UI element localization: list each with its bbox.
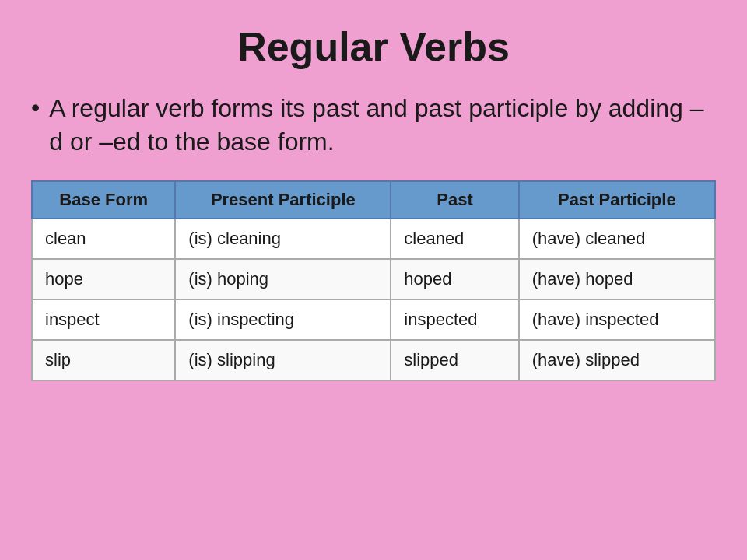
table-body: clean(is) cleaningcleaned(have) cleanedh… <box>32 219 715 380</box>
cell-r3-c2: slipped <box>391 340 518 380</box>
col-base-form: Base Form <box>32 181 175 219</box>
cell-r0-c2: cleaned <box>391 219 518 259</box>
table-row: hope(is) hopinghoped(have) hoped <box>32 259 715 299</box>
col-past: Past <box>391 181 518 219</box>
verbs-table: Base Form Present Participle Past Past P… <box>31 180 716 381</box>
cell-r1-c1: (is) hoping <box>175 259 391 299</box>
cell-r1-c3: (have) hoped <box>519 259 715 299</box>
cell-r2-c0: inspect <box>32 299 175 340</box>
table-row: slip(is) slippingslipped(have) slipped <box>32 340 715 380</box>
cell-r1-c0: hope <box>32 259 175 299</box>
bullet-point: • <box>31 92 40 124</box>
cell-r0-c0: clean <box>32 219 175 259</box>
bullet-text: A regular verb forms its past and past p… <box>49 92 716 159</box>
cell-r2-c3: (have) inspected <box>519 299 715 340</box>
cell-r2-c1: (is) inspecting <box>175 299 391 340</box>
cell-r1-c2: hoped <box>391 259 518 299</box>
cell-r3-c1: (is) slipping <box>175 340 391 380</box>
cell-r0-c3: (have) cleaned <box>519 219 715 259</box>
cell-r3-c3: (have) slipped <box>519 340 715 380</box>
cell-r3-c0: slip <box>32 340 175 380</box>
cell-r2-c2: inspected <box>391 299 518 340</box>
header-row: Base Form Present Participle Past Past P… <box>32 181 715 219</box>
col-present-participle: Present Participle <box>175 181 391 219</box>
col-past-participle: Past Participle <box>519 181 715 219</box>
cell-r0-c1: (is) cleaning <box>175 219 391 259</box>
table-row: inspect(is) inspectinginspected(have) in… <box>32 299 715 340</box>
table-header: Base Form Present Participle Past Past P… <box>32 181 715 219</box>
page-title: Regular Verbs <box>237 23 510 70</box>
bullet-section: • A regular verb forms its past and past… <box>31 92 716 159</box>
table-row: clean(is) cleaningcleaned(have) cleaned <box>32 219 715 259</box>
